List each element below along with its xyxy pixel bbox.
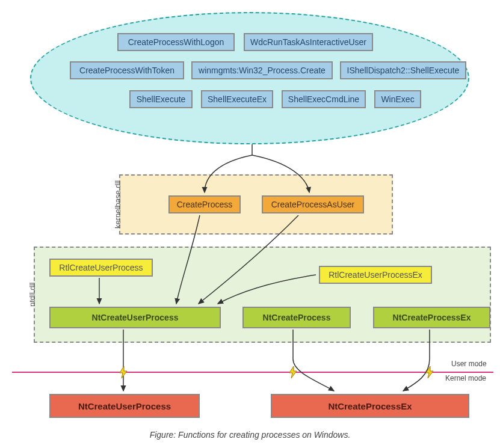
api-box: WinExec <box>374 90 421 108</box>
user-mode-label: User mode <box>451 360 487 368</box>
ntdll-green-box: NtCreateProcessEx <box>373 307 490 328</box>
svg-marker-1 <box>289 366 297 378</box>
ntdll-yellow-box: RtlCreateUserProcess <box>49 259 153 277</box>
kernelbase-label: kernelbase.dll <box>113 180 122 229</box>
api-box: IShellDispatch2::ShellExecute <box>340 61 466 79</box>
kernelbase-box: CreateProcessAsUser <box>262 195 364 213</box>
lightning-icon <box>288 366 298 378</box>
kernelbase-box: CreateProcess <box>168 195 241 213</box>
api-box: winmgmts:Win32_Process.Create <box>191 61 333 79</box>
mode-divider <box>12 372 493 373</box>
svg-marker-0 <box>120 366 127 378</box>
api-box: CreateProcessWithLogon <box>117 33 235 51</box>
lightning-icon <box>425 366 434 378</box>
api-box: ShellExecute <box>129 90 193 108</box>
ntdll-green-box: NtCreateProcess <box>242 307 351 328</box>
kernel-box: NtCreateProcessEx <box>271 394 469 418</box>
ntdll-label: ntdll.dll <box>28 283 37 307</box>
kernel-mode-label: Kernel mode <box>445 374 486 382</box>
api-box: WdcRunTaskAsInteractiveUser <box>244 33 373 51</box>
lightning-icon <box>119 366 128 378</box>
api-box: ShellExecCmdLine <box>282 90 366 108</box>
api-box: CreateProcessWithToken <box>70 61 184 79</box>
ntdll-green-box: NtCreateUserProcess <box>49 307 221 328</box>
svg-marker-2 <box>426 366 433 378</box>
api-box: ShellExecuteEx <box>201 90 273 108</box>
figure-caption: Figure: Functions for creating processes… <box>0 430 500 440</box>
ntdll-yellow-box: RtlCreateUserProcessEx <box>319 266 432 284</box>
kernel-box: NtCreateUserProcess <box>49 394 200 418</box>
